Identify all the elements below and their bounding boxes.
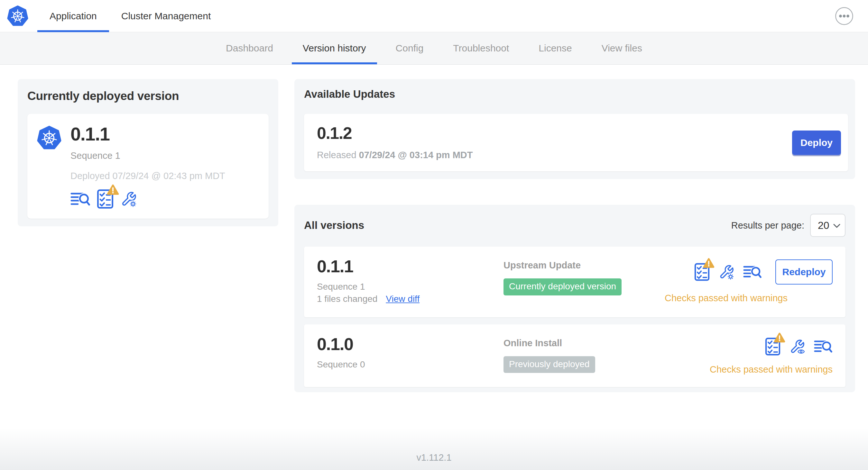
row-sequence: Sequence 0 xyxy=(317,359,503,371)
subtab-license[interactable]: License xyxy=(524,32,587,64)
preflight-checks-icon[interactable] xyxy=(694,263,710,281)
edit-config-icon[interactable] xyxy=(718,264,735,280)
deployed-version-number: 0.1.1 xyxy=(70,125,225,143)
tab-cluster-management[interactable]: Cluster Management xyxy=(109,0,223,32)
deploy-button[interactable]: Deploy xyxy=(792,131,841,155)
preflight-status-text: Checks passed with warnings xyxy=(665,293,787,303)
row-source-label: Online Install xyxy=(503,338,710,348)
subtab-config[interactable]: Config xyxy=(381,32,438,64)
deployed-timestamp: Deployed 07/29/24 @ 02:43 pm MDT xyxy=(70,171,225,181)
subtab-version-history[interactable]: Version history xyxy=(288,32,381,64)
deployed-sequence: Sequence 1 xyxy=(70,150,225,161)
top-navbar: Application Cluster Management xyxy=(0,0,868,32)
warning-triangle-icon xyxy=(703,258,715,269)
kubernetes-logo xyxy=(7,5,28,32)
view-config-icon[interactable] xyxy=(789,338,806,355)
released-prefix: Released xyxy=(317,150,356,160)
tab-application-label: Application xyxy=(50,11,97,22)
logs-icon[interactable] xyxy=(814,339,833,354)
top-nav-tabs: Application Cluster Management xyxy=(37,0,223,32)
results-per-page-label: Results per page: xyxy=(731,220,804,231)
available-updates-title: Available Updates xyxy=(304,88,848,100)
subtab-troubleshoot[interactable]: Troubleshoot xyxy=(438,32,524,64)
ellipsis-menu-icon[interactable] xyxy=(835,6,854,26)
logs-icon[interactable] xyxy=(743,265,762,279)
subtab-dashboard[interactable]: Dashboard xyxy=(211,32,288,64)
currently-deployed-badge: Currently deployed version xyxy=(503,278,622,296)
warning-triangle-icon xyxy=(107,184,119,195)
edit-config-icon[interactable] xyxy=(120,190,137,208)
subtab-dashboard-label: Dashboard xyxy=(226,43,273,54)
app-footer: v1.112.1 xyxy=(0,428,868,470)
currently-deployed-card: 0.1.1 Sequence 1 Deployed 07/29/24 @ 02:… xyxy=(27,114,269,219)
all-versions-panel: All versions Results per page: 20 xyxy=(294,205,855,392)
subtab-view-files[interactable]: View files xyxy=(587,32,657,64)
console-version-label: v1.112.1 xyxy=(416,452,452,463)
logs-icon[interactable] xyxy=(70,192,90,207)
kubernetes-app-icon xyxy=(37,124,61,209)
row-source-label: Upstream Update xyxy=(503,260,665,271)
preflight-checks-icon[interactable] xyxy=(765,337,780,356)
all-versions-title: All versions xyxy=(304,219,364,231)
row-version-number: 0.1.0 xyxy=(317,335,503,352)
view-diff-link[interactable]: View diff xyxy=(386,293,420,305)
update-version-number: 0.1.2 xyxy=(317,125,473,141)
version-history-page: Currently deployed version 0.1.1 Sequenc… xyxy=(0,65,868,392)
preflight-checks-icon[interactable] xyxy=(97,189,114,209)
currently-deployed-title: Currently deployed version xyxy=(27,89,269,103)
redeploy-button[interactable]: Redeploy xyxy=(775,260,833,284)
results-per-page-select[interactable]: 20 xyxy=(810,214,845,237)
subtab-troubleshoot-label: Troubleshoot xyxy=(453,43,509,54)
tab-cluster-management-label: Cluster Management xyxy=(121,11,211,22)
subtab-config-label: Config xyxy=(396,43,424,54)
released-date: 07/29/24 @ 03:14 pm MDT xyxy=(359,150,473,160)
subtab-version-history-label: Version history xyxy=(303,43,366,54)
subtab-license-label: License xyxy=(538,43,572,54)
row-version-number: 0.1.1 xyxy=(317,258,503,275)
row-sequence: Sequence 1 xyxy=(317,281,503,293)
warning-triangle-icon xyxy=(774,332,786,343)
update-released-line: Released 07/29/24 @ 03:14 pm MDT xyxy=(317,150,473,160)
version-row-0-1-1: 0.1.1 Sequence 1 1 files changed View di… xyxy=(304,246,845,317)
currently-deployed-panel: Currently deployed version 0.1.1 Sequenc… xyxy=(18,79,278,226)
version-row-0-1-0: 0.1.0 Sequence 0 Online Install Previous… xyxy=(304,324,845,387)
files-changed-label: 1 files changed xyxy=(317,293,377,305)
app-sub-navbar: Dashboard Version history Config Trouble… xyxy=(0,32,868,65)
available-update-card: 0.1.2 Released 07/29/24 @ 03:14 pm MDT D… xyxy=(304,114,848,171)
preflight-status-text: Checks passed with warnings xyxy=(710,364,833,375)
tab-application[interactable]: Application xyxy=(37,0,109,32)
available-updates-panel: Available Updates 0.1.2 Released 07/29/2… xyxy=(294,79,855,179)
subtab-view-files-label: View files xyxy=(601,43,642,54)
previously-deployed-badge: Previously deployed xyxy=(503,356,595,373)
